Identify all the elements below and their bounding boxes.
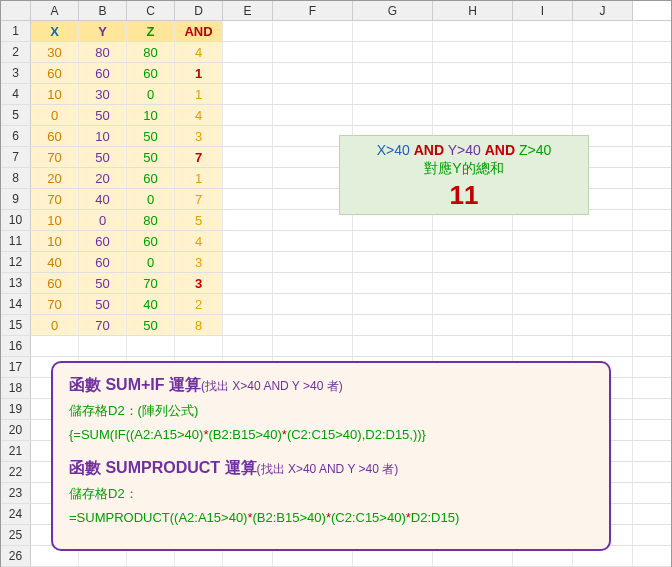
cell-G11[interactable] <box>353 231 433 251</box>
cell-C5[interactable]: 10 <box>127 105 175 125</box>
cell-E2[interactable] <box>223 42 273 62</box>
cell-I13[interactable] <box>513 273 573 293</box>
cell-J13[interactable] <box>573 273 633 293</box>
cell-A6[interactable]: 60 <box>31 126 79 146</box>
cell-E6[interactable] <box>223 126 273 146</box>
col-header-J[interactable]: J <box>573 1 633 20</box>
cell-B9[interactable]: 40 <box>79 189 127 209</box>
cell-H16[interactable] <box>433 336 513 356</box>
cell-G2[interactable] <box>353 42 433 62</box>
row-header-2[interactable]: 2 <box>1 42 31 62</box>
cell-C10[interactable]: 80 <box>127 210 175 230</box>
cell-B7[interactable]: 50 <box>79 147 127 167</box>
cell-B2[interactable]: 80 <box>79 42 127 62</box>
cell-A7[interactable]: 70 <box>31 147 79 167</box>
cell-H14[interactable] <box>433 294 513 314</box>
cell-B8[interactable]: 20 <box>79 168 127 188</box>
cell-J15[interactable] <box>573 315 633 335</box>
cell-E13[interactable] <box>223 273 273 293</box>
col-header-C[interactable]: C <box>127 1 175 20</box>
cell-J3[interactable] <box>573 63 633 83</box>
cell-D15[interactable]: 8 <box>175 315 223 335</box>
cell-E7[interactable] <box>223 147 273 167</box>
cell-B6[interactable]: 10 <box>79 126 127 146</box>
col-header-A[interactable]: A <box>31 1 79 20</box>
col-header-E[interactable]: E <box>223 1 273 20</box>
cell-C1[interactable]: Z <box>127 21 175 41</box>
cell-D9[interactable]: 7 <box>175 189 223 209</box>
row-header-12[interactable]: 12 <box>1 252 31 272</box>
cell-C8[interactable]: 60 <box>127 168 175 188</box>
cell-H3[interactable] <box>433 63 513 83</box>
cell-E5[interactable] <box>223 105 273 125</box>
cell-I3[interactable] <box>513 63 573 83</box>
cell-I5[interactable] <box>513 105 573 125</box>
cell-D4[interactable]: 1 <box>175 84 223 104</box>
col-header-B[interactable]: B <box>79 1 127 20</box>
row-header-16[interactable]: 16 <box>1 336 31 356</box>
cell-D13[interactable]: 3 <box>175 273 223 293</box>
cell-H11[interactable] <box>433 231 513 251</box>
cell-D5[interactable]: 4 <box>175 105 223 125</box>
row-header-25[interactable]: 25 <box>1 525 31 545</box>
cell-F12[interactable] <box>273 252 353 272</box>
row-header-13[interactable]: 13 <box>1 273 31 293</box>
cell-G1[interactable] <box>353 21 433 41</box>
cell-H4[interactable] <box>433 84 513 104</box>
cell-G16[interactable] <box>353 336 433 356</box>
cell-A2[interactable]: 30 <box>31 42 79 62</box>
cell-G13[interactable] <box>353 273 433 293</box>
cell-B13[interactable]: 50 <box>79 273 127 293</box>
cell-C13[interactable]: 70 <box>127 273 175 293</box>
cell-B3[interactable]: 60 <box>79 63 127 83</box>
cell-H1[interactable] <box>433 21 513 41</box>
cell-B12[interactable]: 60 <box>79 252 127 272</box>
cell-G15[interactable] <box>353 315 433 335</box>
cell-E8[interactable] <box>223 168 273 188</box>
cell-C6[interactable]: 50 <box>127 126 175 146</box>
cell-D11[interactable]: 4 <box>175 231 223 251</box>
cell-A15[interactable]: 0 <box>31 315 79 335</box>
cell-C3[interactable]: 60 <box>127 63 175 83</box>
cell-J16[interactable] <box>573 336 633 356</box>
cell-D12[interactable]: 3 <box>175 252 223 272</box>
cell-E1[interactable] <box>223 21 273 41</box>
row-header-7[interactable]: 7 <box>1 147 31 167</box>
cell-E16[interactable] <box>223 336 273 356</box>
cell-A1[interactable]: X <box>31 21 79 41</box>
cell-A8[interactable]: 20 <box>31 168 79 188</box>
col-header-I[interactable]: I <box>513 1 573 20</box>
cell-H13[interactable] <box>433 273 513 293</box>
cell-B11[interactable]: 60 <box>79 231 127 251</box>
cell-J14[interactable] <box>573 294 633 314</box>
cell-E4[interactable] <box>223 84 273 104</box>
cell-A4[interactable]: 10 <box>31 84 79 104</box>
cell-A10[interactable]: 10 <box>31 210 79 230</box>
cell-J5[interactable] <box>573 105 633 125</box>
cell-F14[interactable] <box>273 294 353 314</box>
cell-A3[interactable]: 60 <box>31 63 79 83</box>
cell-G3[interactable] <box>353 63 433 83</box>
row-header-9[interactable]: 9 <box>1 189 31 209</box>
cell-C9[interactable]: 0 <box>127 189 175 209</box>
row-header-1[interactable]: 1 <box>1 21 31 41</box>
cell-I11[interactable] <box>513 231 573 251</box>
cell-A14[interactable]: 70 <box>31 294 79 314</box>
cell-E12[interactable] <box>223 252 273 272</box>
cell-A12[interactable]: 40 <box>31 252 79 272</box>
cell-J12[interactable] <box>573 252 633 272</box>
cell-I16[interactable] <box>513 336 573 356</box>
cell-D2[interactable]: 4 <box>175 42 223 62</box>
cell-J4[interactable] <box>573 84 633 104</box>
cell-F15[interactable] <box>273 315 353 335</box>
cell-G4[interactable] <box>353 84 433 104</box>
cell-D8[interactable]: 1 <box>175 168 223 188</box>
row-header-20[interactable]: 20 <box>1 420 31 440</box>
row-header-8[interactable]: 8 <box>1 168 31 188</box>
cell-E15[interactable] <box>223 315 273 335</box>
row-header-18[interactable]: 18 <box>1 378 31 398</box>
row-header-17[interactable]: 17 <box>1 357 31 377</box>
cell-D10[interactable]: 5 <box>175 210 223 230</box>
row-header-23[interactable]: 23 <box>1 483 31 503</box>
cell-G5[interactable] <box>353 105 433 125</box>
